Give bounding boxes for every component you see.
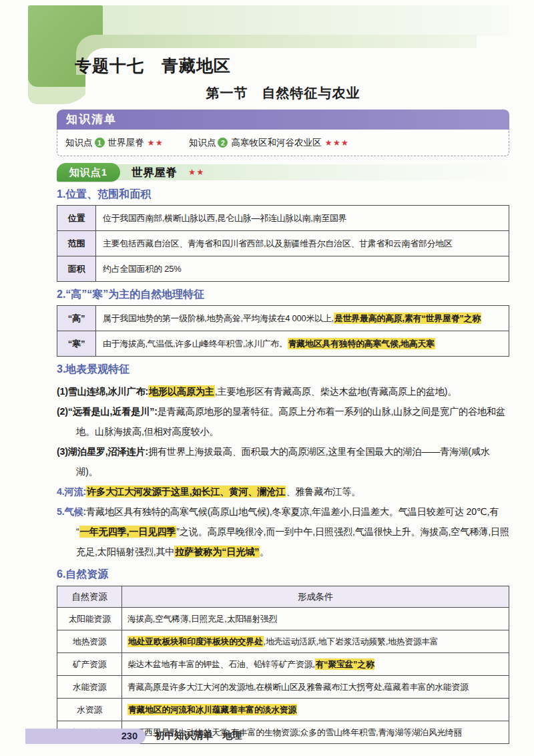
- table-row: 水能资源 青藏高原是许多大江大河的发源地,在横断山区及雅鲁藏布江大拐弯处,蕴藏着…: [57, 676, 509, 699]
- list-item: (2)“远看是山,近看是川”:是青藏高原地形的显著特征。高原上分布着一系列的山脉…: [57, 401, 509, 441]
- row-value: 约占全国面积的 25%: [96, 256, 509, 282]
- row-label: 水资源: [57, 699, 122, 721]
- item-number: (2): [57, 406, 68, 417]
- row-label: 位置: [57, 206, 96, 231]
- section-title: 第一节 自然特征与农业: [57, 84, 509, 102]
- knowledge-point-title: 世界屋脊: [131, 165, 177, 180]
- row-value: 青藏高原是许多大江大河的发源地,在横断山区及雅鲁藏布江大拐弯处,蕴藏着丰富的水能…: [122, 676, 509, 699]
- index-prefix: 知识点: [65, 137, 93, 149]
- table-row: 水资源 青藏地区的河流和冰川蕴藏着丰富的淡水资源: [57, 699, 509, 721]
- heading-location: 1.位置、范围和面积: [57, 188, 509, 202]
- paragraph-text: 、雅鲁藏布江等。: [286, 486, 360, 497]
- rivers-paragraph: 4.河流:许多大江大河发源于这里,如长江、黄河、澜沧江、雅鲁藏布江等。: [57, 482, 509, 502]
- column-header: 自然资源: [57, 586, 122, 608]
- number-badge-icon: 1: [95, 138, 105, 148]
- row-label: 太阳能资源: [57, 608, 122, 630]
- header-light-band: [101, 5, 509, 36]
- heading-features: 2.“高”“寒”为主的自然地理特征: [57, 288, 509, 303]
- page-footer: 230 初中知识清单 地理: [0, 728, 534, 745]
- row-label: 范围: [57, 231, 96, 256]
- page-number-badge: 230: [25, 729, 146, 744]
- highlighted-text: 青藏地区具有独特的高寒气候,地高天寒: [288, 338, 435, 349]
- table-row: 范围 主要包括西藏自治区、青海省和四川省西部,以及新疆维吾尔自治区、甘肃省和云南…: [57, 231, 509, 256]
- paragraph-label: 5.气候:: [57, 506, 86, 517]
- column-header: 形成条件: [122, 586, 509, 608]
- page-content: 第一节 自然特征与农业 知识清单 知识点 1 世界屋脊 ★★ 知识点 2 高寒牧…: [57, 84, 509, 744]
- row-label: “寒”: [57, 331, 96, 357]
- index-label: 世界屋脊: [108, 137, 144, 149]
- knowledge-list-banner: 知识清单: [57, 110, 509, 130]
- knowledge-point-badge: 知识点1: [57, 163, 120, 182]
- landscape-list: (1)雪山连绵,冰川广布:地形以高原为主,主要地形区有青藏高原、柴达木盆地(青藏…: [57, 381, 509, 482]
- highlighted-text: 青藏地区的河流和冰川蕴藏着丰富的淡水资源: [127, 704, 297, 715]
- highlighted-text: 地形以高原为主: [148, 385, 215, 397]
- highlighted-text: 一年无四季,一日见四季: [79, 526, 177, 538]
- table-row: 地热资源 地处亚欧板块和印度洋板块的交界处,地壳运动活跃,地下岩浆活动频繁,地热…: [57, 630, 509, 653]
- row-value: 属于我国地势的第一级阶梯,地势高耸,平均海拔在4 000米以上,是世界最高的高原…: [96, 306, 509, 331]
- item-lead: 湖泊星罗,沼泽连片:: [68, 446, 148, 457]
- item-lead: “远看是山,近看是川”:: [68, 406, 158, 417]
- row-value: 柴达木盆地有丰富的钾盐、石油、铅锌等矿产资源,有“聚宝盆”之称: [122, 653, 509, 676]
- features-table: “高” 属于我国地势的第一级阶梯,地势高耸,平均海拔在4 000米以上,是世界最…: [57, 305, 509, 357]
- row-label: 矿产资源: [57, 653, 122, 676]
- knowledge-index-item: 知识点 2 高寒牧区和河谷农业区 ★★★: [189, 137, 349, 149]
- row-value: 海拔高,空气稀薄,日照充足,太阳辐射强烈: [122, 608, 509, 630]
- resources-table: 自然资源 形成条件 太阳能资源 海拔高,空气稀薄,日照充足,太阳辐射强烈 地热资…: [57, 586, 509, 744]
- row-label: 水能资源: [57, 676, 122, 699]
- knowledge-index-box: 知识点 1 世界屋脊 ★★ 知识点 2 高寒牧区和河谷农业区 ★★★: [57, 130, 509, 156]
- knowledge-index-item: 知识点 1 世界屋脊 ★★: [65, 137, 164, 149]
- row-text: 柴达木盆地有丰富的钾盐、石油、铅锌等矿产资源,: [127, 659, 315, 669]
- star-icons: ★★★: [324, 138, 349, 148]
- table-row: “高” 属于我国地势的第一级阶梯,地势高耸,平均海拔在4 000米以上,是世界最…: [57, 306, 509, 331]
- table-row: 矿产资源 柴达木盆地有丰富的钾盐、石油、铅锌等矿产资源,有“聚宝盆”之称: [57, 653, 509, 676]
- textbook-page: 专题十七 青藏地区 第一节 自然特征与农业 知识清单 知识点 1 世界屋脊 ★★…: [0, 0, 534, 756]
- item-text: ,主要地形区有青藏高原、柴达木盆地(青藏高原上的盆地)。: [215, 386, 457, 397]
- row-label: 面积: [57, 256, 96, 282]
- number-badge-icon: 2: [218, 138, 228, 148]
- row-label: 地热资源: [57, 630, 122, 653]
- footer-book-title: 初中知识清单 地理: [155, 729, 242, 742]
- star-icons: ★★: [148, 138, 164, 148]
- paragraph-text: 。: [260, 546, 269, 557]
- row-value: 位于我国西南部,横断山脉以西,昆仑山脉—祁连山脉以南,南至国界: [96, 206, 509, 231]
- item-lead: 雪山连绵,冰川广布:: [68, 386, 148, 397]
- item-number: (3): [57, 446, 68, 457]
- star-icons: ★★: [188, 167, 204, 177]
- row-text: 属于我国地势的第一级阶梯,地势高耸,平均海拔在4 000米以上,: [103, 313, 334, 323]
- list-item: (3)湖泊星罗,沼泽连片:拥有世界上海拔最高、面积最大的高原湖区,这里有全国最大…: [57, 441, 509, 482]
- table-header-row: 自然资源 形成条件: [57, 586, 509, 608]
- index-label: 高寒牧区和河谷农业区: [231, 137, 321, 149]
- highlighted-text: 拉萨被称为“日光城”: [174, 546, 260, 558]
- list-item: (1)雪山连绵,冰川广布:地形以高原为主,主要地形区有青藏高原、柴达木盆地(青藏…: [57, 381, 509, 401]
- table-row: 太阳能资源 海拔高,空气稀薄,日照充足,太阳辐射强烈: [57, 608, 509, 630]
- highlighted-text: 有“聚宝盆”之称: [315, 658, 375, 670]
- heading-landscape: 3.地表景观特征: [57, 363, 509, 377]
- highlighted-text: 是世界最高的高原,素有“世界屋脊”之称: [334, 313, 481, 324]
- climate-paragraph: 5.气候:青藏地区具有独特的高寒气候(高原山地气候),冬寒夏凉,年温差小,日温差…: [57, 502, 509, 562]
- row-value: 地处亚欧板块和印度洋板块的交界处,地壳运动活跃,地下岩浆活动频繁,地热资源丰富: [122, 630, 509, 653]
- chapter-title: 专题十七 青藏地区: [75, 55, 231, 77]
- table-row: 位置 位于我国西南部,横断山脉以西,昆仑山脉—祁连山脉以南,南至国界: [57, 206, 509, 231]
- paragraph-label: 4.河流:: [57, 486, 86, 497]
- index-prefix: 知识点: [189, 137, 216, 149]
- row-label: “高”: [57, 306, 96, 331]
- table-row: “寒” 由于海拔高,气温低,许多山峰终年积雪,冰川广布。青藏地区具有独特的高寒气…: [57, 331, 509, 357]
- row-value: 由于海拔高,气温低,许多山峰终年积雪,冰川广布。青藏地区具有独特的高寒气候,地高…: [96, 331, 509, 357]
- item-number: (1): [57, 386, 68, 397]
- knowledge-point-header: 知识点1 世界屋脊 ★★: [57, 163, 509, 182]
- row-text: ,地壳运动活跃,地下岩浆活动频繁,地热资源丰富: [264, 636, 439, 646]
- row-value: 青藏地区的河流和冰川蕴藏着丰富的淡水资源: [122, 699, 509, 721]
- row-text: 由于海拔高,气温低,许多山峰终年积雪,冰川广布。: [103, 339, 288, 349]
- table-row: 面积 约占全国面积的 25%: [57, 256, 509, 282]
- highlighted-text: 地处亚欧板块和印度洋板块的交界处: [127, 636, 264, 647]
- heading-resources: 6.自然资源: [57, 568, 509, 582]
- row-value: 主要包括西藏自治区、青海省和四川省西部,以及新疆维吾尔自治区、甘肃省和云南省部分…: [96, 231, 509, 256]
- highlighted-text: 许多大江大河发源于这里,如长江、黄河、澜沧江: [86, 486, 286, 498]
- location-table: 位置 位于我国西南部,横断山脉以西,昆仑山脉—祁连山脉以南,南至国界 范围 主要…: [57, 205, 509, 282]
